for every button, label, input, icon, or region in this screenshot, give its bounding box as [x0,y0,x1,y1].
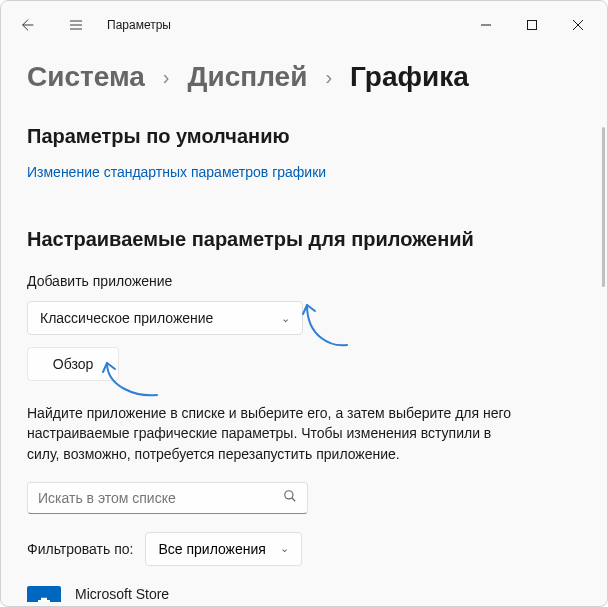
svg-point-1 [285,491,293,499]
chevron-right-icon: › [325,66,332,89]
close-button[interactable] [555,9,601,41]
filter-dropdown[interactable]: Все приложения ⌄ [145,532,301,566]
add-app-label: Добавить приложение [27,273,581,289]
search-input-container[interactable] [27,482,308,514]
app-type-dropdown[interactable]: Классическое приложение ⌄ [27,301,303,335]
menu-button[interactable] [59,8,93,42]
search-input[interactable] [38,490,283,506]
filter-label: Фильтровать по: [27,541,133,557]
custom-heading: Настраиваемые параметры для приложений [27,228,581,251]
breadcrumb: Система › Дисплей › Графика [1,49,607,111]
maximize-button[interactable] [509,9,555,41]
breadcrumb-current: Графика [350,61,469,93]
defaults-heading: Параметры по умолчанию [27,125,581,148]
app-row-microsoft-store[interactable]: Microsoft Store Разрешить Windows приним… [27,586,581,602]
svg-rect-0 [528,21,537,30]
breadcrumb-system[interactable]: Система [27,61,145,93]
change-default-graphics-link[interactable]: Изменение стандартных параметров графики [27,164,581,180]
browse-button[interactable]: Обзор [27,347,119,381]
store-icon [27,586,61,602]
app-name: Microsoft Store [75,586,426,602]
back-button[interactable] [11,8,45,42]
window-title: Параметры [107,18,171,32]
app-type-value: Классическое приложение [40,310,213,326]
minimize-button[interactable] [463,9,509,41]
help-text: Найдите приложение в списке и выберите е… [27,403,522,464]
chevron-down-icon: ⌄ [280,542,289,555]
chevron-down-icon: ⌄ [281,312,290,325]
chevron-right-icon: › [163,66,170,89]
breadcrumb-display[interactable]: Дисплей [188,61,308,93]
scrollbar[interactable] [602,127,605,287]
search-icon [283,489,297,506]
filter-value: Все приложения [158,541,265,557]
